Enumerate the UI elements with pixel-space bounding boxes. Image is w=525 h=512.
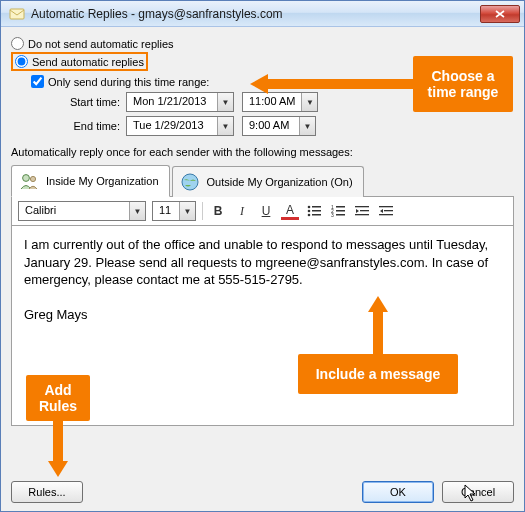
arrow-up-icon — [368, 296, 388, 312]
svg-marker-19 — [356, 209, 359, 213]
titlebar: Automatic Replies - gmays@sanfranstyles.… — [1, 1, 524, 27]
arrow-left-icon — [250, 74, 268, 94]
chevron-down-icon[interactable]: ▼ — [217, 93, 233, 111]
underline-button[interactable]: U — [257, 202, 275, 220]
svg-rect-21 — [384, 210, 393, 211]
numbered-list-button[interactable]: 123 — [329, 202, 347, 220]
svg-rect-17 — [360, 210, 369, 211]
globe-icon — [179, 171, 201, 193]
callout-message: Include a message — [298, 354, 458, 394]
svg-rect-11 — [336, 206, 345, 208]
callout-rules: Add Rules — [26, 375, 90, 421]
close-button[interactable] — [480, 5, 520, 23]
reply-section-label: Automatically reply once for each sender… — [11, 146, 514, 158]
radio-send-highlight: Send automatic replies — [11, 52, 148, 71]
radio-no-send-label: Do not send automatic replies — [28, 38, 174, 50]
radio-no-send-input[interactable] — [11, 37, 24, 50]
tab-outside-org[interactable]: Outside My Organization (On) — [172, 166, 364, 197]
radio-no-send[interactable]: Do not send automatic replies — [11, 37, 514, 50]
tab-inside-org[interactable]: Inside My Organization — [11, 165, 170, 197]
arrow-shaft — [266, 79, 413, 89]
only-send-label: Only send during this time range: — [48, 76, 209, 88]
app-icon — [9, 6, 25, 22]
ok-button[interactable]: OK — [362, 481, 434, 503]
svg-rect-18 — [355, 214, 369, 215]
svg-rect-0 — [10, 9, 24, 19]
radio-send[interactable]: Send automatic replies — [15, 55, 144, 68]
people-icon — [18, 170, 40, 192]
bullet-list-button[interactable] — [305, 202, 323, 220]
arrow-down-icon — [48, 461, 68, 477]
italic-button[interactable]: I — [233, 202, 251, 220]
font-combo[interactable]: Calibri ▼ — [18, 201, 146, 221]
only-send-checkbox[interactable] — [31, 75, 44, 88]
end-time-row: End time: Tue 1/29/2013 ▼ 9:00 AM ▼ — [31, 116, 514, 136]
end-date-value: Tue 1/29/2013 — [127, 117, 217, 135]
font-color-button[interactable]: A — [281, 202, 299, 220]
arrow-shaft — [53, 421, 63, 463]
tab-outside-label: Outside My Organization (On) — [207, 176, 353, 188]
svg-rect-16 — [355, 206, 369, 207]
end-time-label: End time: — [31, 120, 126, 132]
svg-point-4 — [308, 206, 311, 209]
chevron-down-icon[interactable]: ▼ — [179, 202, 195, 220]
svg-point-1 — [23, 175, 30, 182]
bold-button[interactable]: B — [209, 202, 227, 220]
toolbar-separator — [202, 202, 203, 220]
font-value: Calibri — [19, 202, 129, 220]
start-date-combo[interactable]: Mon 1/21/2013 ▼ — [126, 92, 234, 112]
start-time-label: Start time: — [31, 96, 126, 108]
dialog-button-bar: Rules... OK Cancel — [1, 475, 524, 511]
indent-button[interactable] — [377, 202, 395, 220]
svg-point-8 — [308, 214, 311, 217]
svg-marker-23 — [380, 209, 383, 213]
svg-text:3: 3 — [331, 212, 334, 217]
chevron-down-icon[interactable]: ▼ — [129, 202, 145, 220]
tabs: Inside My Organization Outside My Organi… — [11, 164, 514, 197]
svg-point-3 — [182, 174, 198, 190]
end-time-value: 9:00 AM — [243, 117, 299, 135]
arrow-shaft — [373, 310, 383, 354]
svg-rect-20 — [379, 206, 393, 207]
svg-point-2 — [30, 176, 35, 181]
rules-button[interactable]: Rules... — [11, 481, 83, 503]
svg-point-6 — [308, 210, 311, 213]
size-combo[interactable]: 11 ▼ — [152, 201, 196, 221]
chevron-down-icon[interactable]: ▼ — [301, 93, 317, 111]
size-value: 11 — [153, 202, 179, 220]
start-date-value: Mon 1/21/2013 — [127, 93, 217, 111]
start-time-value: 11:00 AM — [243, 93, 301, 111]
start-time-combo[interactable]: 11:00 AM ▼ — [242, 92, 318, 112]
svg-rect-7 — [312, 210, 321, 212]
svg-rect-13 — [336, 210, 345, 212]
tab-inside-label: Inside My Organization — [46, 175, 159, 187]
chevron-down-icon[interactable]: ▼ — [299, 117, 315, 135]
editor-toolbar: Calibri ▼ 11 ▼ B I U A 123 — [11, 197, 514, 226]
svg-rect-5 — [312, 206, 321, 208]
radio-send-input[interactable] — [15, 55, 28, 68]
end-time-combo[interactable]: 9:00 AM ▼ — [242, 116, 316, 136]
svg-rect-22 — [379, 214, 393, 215]
window-title: Automatic Replies - gmays@sanfranstyles.… — [31, 7, 480, 21]
chevron-down-icon[interactable]: ▼ — [217, 117, 233, 135]
outdent-button[interactable] — [353, 202, 371, 220]
callout-time-range: Choose a time range — [413, 56, 513, 112]
cancel-button[interactable]: Cancel — [442, 481, 514, 503]
svg-rect-9 — [312, 214, 321, 216]
svg-rect-15 — [336, 214, 345, 216]
radio-send-label: Send automatic replies — [32, 56, 144, 68]
end-date-combo[interactable]: Tue 1/29/2013 ▼ — [126, 116, 234, 136]
